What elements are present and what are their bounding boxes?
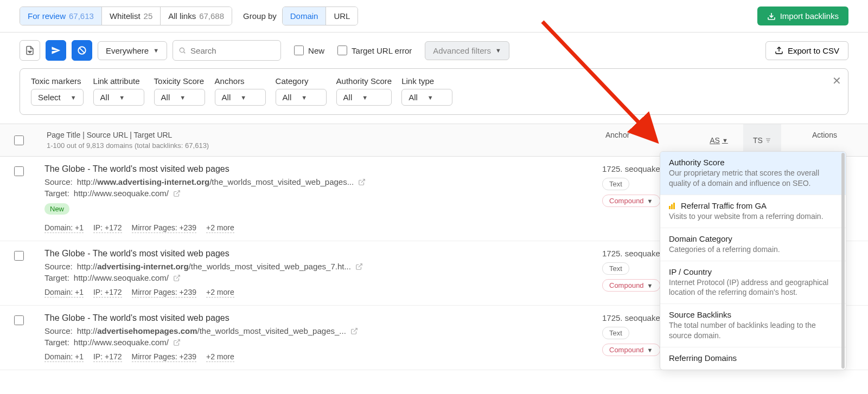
meta-more[interactable]: +2 more bbox=[206, 352, 234, 362]
meta-ip[interactable]: IP: +172 bbox=[93, 352, 122, 362]
row-title: The Globe - The world's most visited web… bbox=[44, 249, 597, 259]
tag-compound[interactable]: Compound ▼ bbox=[602, 279, 660, 292]
chevron-down-icon: ▼ bbox=[647, 347, 653, 353]
chevron-down-icon: ▼ bbox=[301, 94, 307, 101]
target-err-label: Target URL error bbox=[352, 46, 412, 55]
scope-dropdown[interactable]: Everywhere ▼ bbox=[98, 41, 167, 60]
meta-domain[interactable]: Domain: +1 bbox=[44, 288, 84, 298]
filter-label-auth: Authority Score bbox=[336, 76, 392, 86]
external-link-icon[interactable] bbox=[358, 178, 366, 186]
source-url[interactable]: http://www.advertising-internet.org/the_… bbox=[77, 177, 354, 186]
row-title: The Globe - The world's most visited web… bbox=[44, 164, 597, 174]
filter-link-attribute[interactable]: All▼ bbox=[93, 89, 144, 106]
tab-for-review[interactable]: For review 67,613 bbox=[20, 7, 102, 25]
meta-ip[interactable]: IP: +172 bbox=[93, 223, 122, 233]
dd-title-text: Referral Traffic from GA bbox=[681, 201, 767, 210]
send-button[interactable] bbox=[46, 40, 66, 61]
import-label: Import backlinks bbox=[780, 11, 839, 21]
th-main: Page Title | Source URL | Target URL 1-1… bbox=[38, 124, 597, 156]
send-icon bbox=[51, 46, 61, 55]
scrollbar[interactable] bbox=[841, 153, 845, 369]
new-checkbox[interactable] bbox=[294, 46, 304, 55]
tab-all-links[interactable]: All links 67,688 bbox=[161, 7, 232, 25]
source-url[interactable]: http://advertising-internet.org/the_worl… bbox=[77, 262, 351, 271]
filter-authority-score[interactable]: All▼ bbox=[336, 89, 392, 106]
move-to-list-button[interactable] bbox=[20, 40, 40, 61]
group-by-tabs: Domain URL bbox=[282, 7, 359, 25]
filter-link-type[interactable]: All▼ bbox=[401, 89, 452, 106]
tag-compound[interactable]: Compound ▼ bbox=[602, 344, 660, 356]
header-main-text: Page Title | Source URL | Target URL bbox=[47, 131, 588, 139]
tag-compound[interactable]: Compound ▼ bbox=[602, 195, 660, 207]
meta-more[interactable]: +2 more bbox=[206, 288, 234, 298]
block-button[interactable] bbox=[72, 40, 92, 61]
groupby-url[interactable]: URL bbox=[326, 7, 358, 25]
export-label: Export to CSV bbox=[788, 46, 839, 55]
target-label: Target: bbox=[44, 273, 69, 282]
external-link-icon[interactable] bbox=[350, 327, 358, 335]
target-url[interactable]: http://www.seoquake.com/ bbox=[74, 338, 169, 347]
new-filter-checkbox[interactable]: New bbox=[294, 46, 324, 55]
dd-title-text: IP / Country bbox=[669, 267, 712, 276]
filter-toxic-markers[interactable]: Select▼ bbox=[31, 89, 84, 106]
dd-desc-text: The total number of backlinks leading to… bbox=[669, 320, 837, 341]
svg-line-12 bbox=[176, 275, 180, 278]
search-input[interactable] bbox=[190, 46, 275, 55]
tab-count: 67,613 bbox=[69, 11, 94, 21]
target-err-checkbox[interactable] bbox=[337, 46, 347, 55]
svg-line-11 bbox=[359, 263, 362, 267]
dropdown-item[interactable]: Domain CategoryCategories of a referring… bbox=[660, 228, 846, 261]
filter-category[interactable]: All▼ bbox=[276, 89, 327, 106]
meta-mirror[interactable]: Mirror Pages: +239 bbox=[132, 288, 196, 298]
tab-label: For review bbox=[28, 11, 66, 21]
meta-mirror[interactable]: Mirror Pages: +239 bbox=[132, 352, 196, 362]
download-icon bbox=[767, 12, 776, 21]
import-backlinks-button[interactable]: Import backlinks bbox=[757, 7, 848, 25]
source-label: Source: bbox=[44, 262, 73, 271]
filter-anchors[interactable]: All▼ bbox=[215, 89, 266, 106]
row-checkbox[interactable] bbox=[14, 251, 24, 261]
tag-text: Text bbox=[602, 262, 629, 275]
filter-label-category: Category bbox=[276, 76, 327, 86]
dropdown-item[interactable]: Referring Domains bbox=[660, 347, 846, 370]
external-link-icon[interactable] bbox=[355, 263, 363, 270]
search-icon bbox=[178, 46, 186, 55]
dropdown-item[interactable]: Authority ScoreOur proprietary metric th… bbox=[660, 152, 846, 195]
source-label: Source: bbox=[44, 326, 73, 335]
meta-domain[interactable]: Domain: +1 bbox=[44, 223, 84, 233]
target-url[interactable]: http://www.seoquake.com/ bbox=[74, 273, 169, 282]
groupby-domain[interactable]: Domain bbox=[283, 7, 327, 25]
filter-toxicity-score[interactable]: All▼ bbox=[154, 89, 205, 106]
source-url[interactable]: http://advertisehomepages.com/the_worlds… bbox=[77, 326, 346, 335]
row-checkbox[interactable] bbox=[14, 315, 24, 325]
target-url[interactable]: http://www.seoquake.com/ bbox=[74, 189, 169, 198]
chevron-down-icon: ▼ bbox=[180, 94, 186, 101]
dropdown-item[interactable]: Referral Traffic from GAVisits to your w… bbox=[660, 195, 846, 228]
select-all-checkbox[interactable] bbox=[14, 135, 24, 145]
upload-icon bbox=[775, 46, 783, 55]
as-column-dropdown: Authority ScoreOur proprietary metric th… bbox=[660, 151, 846, 370]
external-link-icon[interactable] bbox=[173, 190, 181, 197]
target-url-error-checkbox[interactable]: Target URL error bbox=[337, 46, 412, 55]
external-link-icon[interactable] bbox=[173, 274, 181, 282]
row-checkbox[interactable] bbox=[14, 166, 24, 176]
tab-whitelist[interactable]: Whitelist 25 bbox=[102, 7, 161, 25]
meta-ip[interactable]: IP: +172 bbox=[93, 288, 122, 298]
meta-domain[interactable]: Domain: +1 bbox=[44, 352, 84, 362]
filter-label-linktype: Link type bbox=[401, 76, 452, 86]
svg-line-13 bbox=[354, 328, 357, 331]
external-link-icon[interactable] bbox=[173, 339, 181, 346]
meta-more[interactable]: +2 more bbox=[206, 223, 234, 233]
meta-mirror[interactable]: Mirror Pages: +239 bbox=[132, 223, 196, 233]
dd-desc-text: Visits to your website from a referring … bbox=[669, 211, 837, 222]
close-icon[interactable]: ✕ bbox=[832, 74, 841, 87]
advanced-filters-button[interactable]: Advanced filters ▼ bbox=[425, 41, 509, 60]
dd-desc-text: Internet Protocol (IP) address and geogr… bbox=[669, 277, 837, 298]
dropdown-item[interactable]: Source BacklinksThe total number of back… bbox=[660, 304, 846, 347]
dropdown-item[interactable]: IP / CountryInternet Protocol (IP) addre… bbox=[660, 261, 846, 305]
dd-title-text: Domain Category bbox=[669, 234, 732, 243]
export-csv-button[interactable]: Export to CSV bbox=[765, 41, 848, 60]
tag-text: Text bbox=[602, 327, 629, 339]
target-label: Target: bbox=[44, 189, 69, 198]
tab-label: All links bbox=[168, 11, 196, 21]
